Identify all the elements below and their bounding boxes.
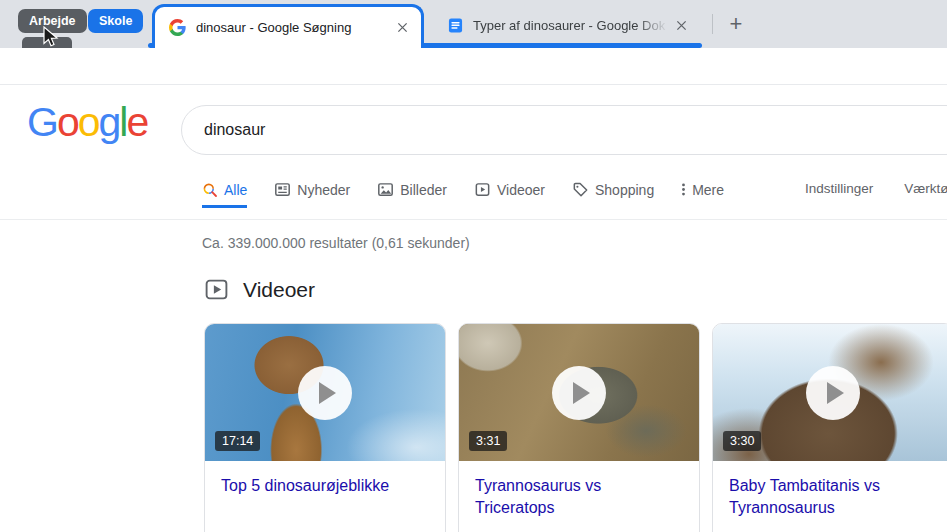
- video-card[interactable]: 17:14 Top 5 dinosaurøjeblikke: [204, 323, 446, 532]
- tab-google-search[interactable]: dinosaur - Google Søgning: [152, 4, 424, 48]
- search-query-text: dinosaur: [204, 121, 265, 139]
- settings-link[interactable]: Indstillinger: [805, 181, 873, 196]
- close-tab-icon[interactable]: [393, 19, 411, 37]
- tab-shopping[interactable]: Shopping: [572, 181, 654, 208]
- news-icon: [274, 181, 291, 198]
- video-title-link[interactable]: Baby Tambatitanis vs Tyrannosaurus: [713, 461, 947, 519]
- tab-billeder[interactable]: Billeder: [377, 181, 447, 208]
- result-stats: Ca. 339.000.000 resultater (0,61 sekunde…: [202, 235, 470, 251]
- logo-letter: G: [27, 99, 57, 145]
- tab-group-arbejde[interactable]: Arbejde: [18, 9, 87, 33]
- videos-section-icon: [204, 277, 229, 302]
- videos-section-title: Videoer: [243, 278, 315, 302]
- tab-group-arbejde-stub: [22, 37, 72, 48]
- tab-label: Nyheder: [297, 182, 350, 198]
- tab-title: dinosaur - Google Søgning: [196, 20, 393, 35]
- videos-section-header: Videoer: [204, 277, 315, 302]
- tab-label: Billeder: [400, 182, 447, 198]
- tab-group-skole[interactable]: Skole: [88, 9, 143, 33]
- video-cards-row: 17:14 Top 5 dinosaurøjeblikke 3:31 Tyran…: [204, 323, 947, 532]
- logo-letter: o: [78, 99, 99, 145]
- video-title-link[interactable]: Tyrannosaurus vs Triceratops: [459, 461, 699, 519]
- video-duration-badge: 3:31: [469, 431, 507, 451]
- tab-label: Shopping: [595, 182, 654, 198]
- tab-google-docs[interactable]: Typer af dinosaurer - Google Dok: [432, 6, 700, 44]
- google-logo[interactable]: Google: [27, 99, 147, 146]
- video-thumbnail[interactable]: 3:30: [713, 324, 947, 461]
- google-g-favicon-icon: [169, 19, 186, 36]
- video-duration-badge: 17:14: [215, 431, 260, 451]
- result-type-tabs: Alle Nyheder: [202, 181, 724, 208]
- images-icon: [377, 181, 394, 198]
- tab-alle[interactable]: Alle: [202, 182, 247, 208]
- play-button-icon[interactable]: [298, 366, 352, 420]
- video-thumbnail[interactable]: 3:31: [459, 324, 699, 461]
- tab-mere[interactable]: Mere: [681, 181, 724, 208]
- tab-nyheder[interactable]: Nyheder: [274, 181, 350, 208]
- browser-toolbar: google.com/search?q=dinosaur&oq=dino&aqs…: [0, 48, 947, 85]
- tab-label: Videoer: [497, 182, 545, 198]
- tab-videoer[interactable]: Videoer: [474, 181, 545, 208]
- play-button-icon[interactable]: [552, 366, 606, 420]
- logo-letter: o: [57, 99, 78, 145]
- video-card[interactable]: 3:30 Baby Tambatitanis vs Tyrannosaurus: [712, 323, 947, 532]
- logo-letter: e: [126, 99, 147, 145]
- search-input[interactable]: dinosaur: [181, 105, 947, 155]
- tab-label: Alle: [224, 182, 247, 198]
- logo-letter: g: [99, 99, 120, 145]
- video-title-link[interactable]: Top 5 dinosaurøjeblikke: [205, 461, 445, 497]
- video-thumbnail[interactable]: 17:14: [205, 324, 445, 461]
- shopping-tag-icon: [572, 181, 589, 198]
- video-duration-badge: 3:30: [723, 431, 761, 451]
- play-button-icon[interactable]: [806, 366, 860, 420]
- videos-icon: [474, 181, 491, 198]
- tab-title: Typer af dinosaurer - Google Dok: [473, 18, 672, 33]
- tab-strip: Arbejde Skole dinosaur - Google Søgning: [0, 0, 947, 48]
- video-card[interactable]: 3:31 Tyrannosaurus vs Triceratops: [458, 323, 700, 532]
- serp-right-links: Indstillinger Værktøjer: [805, 181, 947, 196]
- close-tab-icon[interactable]: [672, 16, 690, 34]
- more-dots-icon: [681, 181, 686, 198]
- google-docs-favicon-icon: [448, 18, 463, 33]
- search-icon: [202, 182, 218, 198]
- tab-separator: [712, 14, 713, 34]
- divider: [0, 219, 947, 220]
- google-results-page: Google dinosaur Alle: [0, 85, 947, 532]
- browser-window: Arbejde Skole dinosaur - Google Søgning: [0, 0, 947, 532]
- tools-link[interactable]: Værktøjer: [904, 181, 947, 196]
- new-tab-button[interactable]: +: [722, 10, 750, 38]
- tab-label: Mere: [692, 182, 724, 198]
